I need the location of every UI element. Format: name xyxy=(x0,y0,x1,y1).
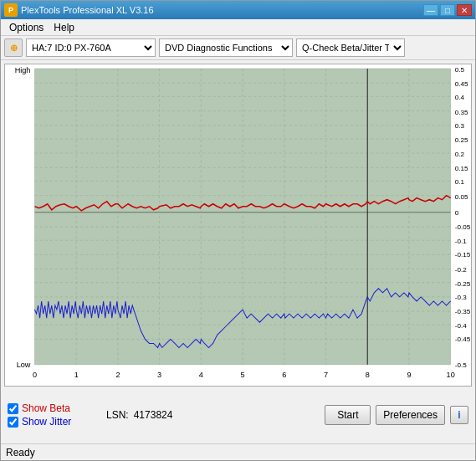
maximize-button[interactable]: □ xyxy=(440,4,455,16)
device-icon-button[interactable]: ⊕ xyxy=(4,38,23,57)
svg-text:10: 10 xyxy=(447,371,455,379)
svg-text:3: 3 xyxy=(157,371,161,379)
svg-text:-0.35: -0.35 xyxy=(455,308,471,315)
show-jitter-checkbox[interactable] xyxy=(8,417,18,428)
svg-text:8: 8 xyxy=(366,371,370,379)
status-bar: Ready xyxy=(1,443,475,460)
test-select[interactable]: Q-Check Beta/Jitter Test xyxy=(296,38,405,57)
start-button[interactable]: Start xyxy=(325,405,371,425)
svg-text:7: 7 xyxy=(324,371,328,379)
svg-text:-0.4: -0.4 xyxy=(455,322,467,330)
svg-text:0.2: 0.2 xyxy=(455,151,465,158)
svg-text:0: 0 xyxy=(33,371,37,379)
svg-text:4: 4 xyxy=(199,371,203,379)
info-button[interactable]: i xyxy=(450,406,468,424)
chart-svg: High Low 0.5 0.45 0.4 0.35 0.3 0.25 0.2 … xyxy=(5,64,471,386)
svg-text:-0.2: -0.2 xyxy=(455,266,467,274)
svg-text:-0.25: -0.25 xyxy=(455,280,471,288)
plex-icon: ⊕ xyxy=(10,43,18,54)
app-icon: P xyxy=(4,3,18,17)
svg-text:0.05: 0.05 xyxy=(455,193,468,201)
close-button[interactable]: ✕ xyxy=(457,4,472,16)
svg-text:-0.5: -0.5 xyxy=(455,361,467,369)
info-icon: i xyxy=(458,409,460,421)
title-bar: P PlexTools Professional XL V3.16 — □ ✕ xyxy=(1,1,475,19)
svg-text:Low: Low xyxy=(17,361,31,369)
right-controls: Start Preferences i xyxy=(325,405,468,425)
checkboxes: Show Beta Show Jitter xyxy=(8,402,91,428)
show-beta-row: Show Beta xyxy=(8,402,91,414)
svg-text:9: 9 xyxy=(407,371,411,379)
minimize-button[interactable]: — xyxy=(423,4,438,16)
show-beta-label[interactable]: Show Beta xyxy=(22,402,70,414)
options-menu[interactable]: Options xyxy=(4,21,49,34)
svg-text:6: 6 xyxy=(282,371,286,379)
app-window: P PlexTools Professional XL V3.16 — □ ✕ … xyxy=(0,0,476,461)
svg-text:0.5: 0.5 xyxy=(455,66,465,74)
svg-text:5: 5 xyxy=(241,371,245,379)
bottom-bar: Show Beta Show Jitter LSN: 4173824 Start… xyxy=(4,390,472,440)
show-jitter-label[interactable]: Show Jitter xyxy=(22,416,71,428)
lsn-display: LSN: 4173824 xyxy=(106,409,172,421)
svg-text:0.25: 0.25 xyxy=(455,136,468,144)
svg-text:-0.3: -0.3 xyxy=(455,294,467,301)
lsn-label: LSN: xyxy=(106,409,129,421)
device-select[interactable]: HA:7 ID:0 PX-760A xyxy=(26,38,156,57)
svg-text:0: 0 xyxy=(455,209,459,217)
svg-text:0.15: 0.15 xyxy=(455,165,468,172)
svg-text:-0.15: -0.15 xyxy=(455,251,471,259)
show-jitter-row: Show Jitter xyxy=(8,416,91,428)
svg-text:0.45: 0.45 xyxy=(455,80,468,88)
svg-text:-0.45: -0.45 xyxy=(455,336,471,343)
svg-text:0.3: 0.3 xyxy=(455,122,465,130)
menu-bar: Options Help xyxy=(1,19,475,36)
toolbar: ⊕ HA:7 ID:0 PX-760A DVD Diagnostic Funct… xyxy=(1,36,475,60)
svg-text:1: 1 xyxy=(74,371,79,379)
help-menu[interactable]: Help xyxy=(49,21,79,34)
svg-text:-0.1: -0.1 xyxy=(455,238,467,245)
main-content: High Low 0.5 0.45 0.4 0.35 0.3 0.25 0.2 … xyxy=(1,60,475,443)
svg-text:0.35: 0.35 xyxy=(455,109,468,116)
lsn-value: 4173824 xyxy=(134,409,173,421)
chart-container: High Low 0.5 0.45 0.4 0.35 0.3 0.25 0.2 … xyxy=(4,64,472,387)
function-select[interactable]: DVD Diagnostic Functions xyxy=(159,38,293,57)
svg-text:0.4: 0.4 xyxy=(455,94,465,101)
window-title: PlexTools Professional XL V3.16 xyxy=(21,5,422,15)
svg-text:2: 2 xyxy=(115,371,120,379)
status-text: Ready xyxy=(6,447,35,458)
svg-text:-0.05: -0.05 xyxy=(455,223,471,231)
show-beta-checkbox[interactable] xyxy=(8,403,18,414)
svg-text:0.1: 0.1 xyxy=(455,179,465,187)
svg-text:High: High xyxy=(15,66,31,74)
preferences-button[interactable]: Preferences xyxy=(376,405,445,425)
